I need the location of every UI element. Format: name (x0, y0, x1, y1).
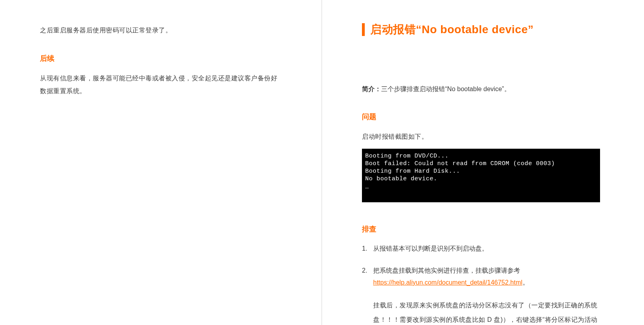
terminal-screenshot: Booting from DVD/CD... Boot failed: Coul… (362, 149, 600, 202)
paragraph: 从现有信息来看，服务器可能已经中毒或者被入侵，安全起见还是建议客户备份好数据重置… (40, 72, 278, 98)
intro-text: 三个步骤排查启动报错“No bootable device”。 (381, 86, 511, 92)
paragraph: 启动时报错截图如下。 (362, 130, 600, 143)
section-heading-investigate: 排查 (362, 224, 600, 234)
chapter-heading: 启动报错“No bootable device” (362, 22, 600, 37)
list-number: 2. (362, 265, 367, 277)
list-paragraph: 挂载后，发现原来实例系统盘的活动分区标志没有了（一定要找到正确的系统盘！！！需要… (362, 298, 600, 325)
page-left: 之后重启服务器后使用密码可以正常登录了。 后续 从现有信息来看，服务器可能已经中… (0, 0, 322, 325)
list-text-after: 。 (523, 279, 529, 286)
list-text-before: 把系统盘挂载到其他实例进行排查，挂载步骤请参考 (373, 267, 520, 274)
chapter-title: 启动报错“No bootable device” (370, 22, 534, 37)
intro-label: 简介： (362, 86, 381, 92)
list-text: 从报错基本可以判断是识别不到启动盘。 (373, 245, 488, 252)
section-heading-problem: 问题 (362, 112, 600, 122)
list-number: 1. (362, 243, 367, 255)
intro-line: 简介：三个步骤排查启动报错“No bootable device”。 (362, 83, 600, 95)
ordered-list: 1. 从报错基本可以判断是识别不到启动盘。 2. 把系统盘挂载到其他实例进行排查… (362, 243, 600, 289)
help-link[interactable]: https://help.aliyun.com/document_detail/… (373, 279, 523, 286)
list-item: 2. 把系统盘挂载到其他实例进行排查，挂载步骤请参考 https://help.… (362, 265, 600, 289)
page-right: 启动报错“No bootable device” 简介：三个步骤排查启动报错“N… (322, 0, 644, 325)
list-item: 1. 从报错基本可以判断是识别不到启动盘。 (362, 243, 600, 255)
paragraph: 之后重启服务器后使用密码可以正常登录了。 (40, 24, 278, 37)
section-heading-followup: 后续 (40, 54, 278, 63)
chapter-bar-icon (362, 23, 365, 36)
